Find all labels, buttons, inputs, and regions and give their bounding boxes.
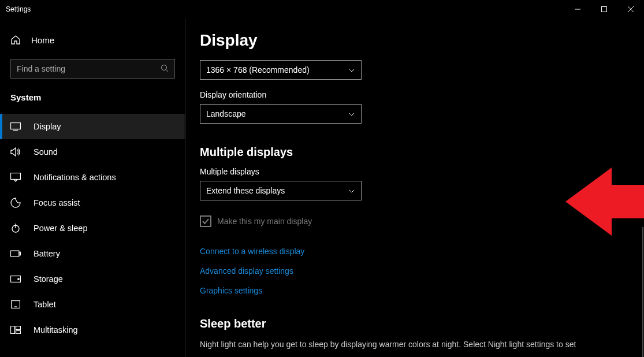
home-icon: [10, 35, 21, 45]
svg-rect-17: [11, 326, 15, 334]
svg-rect-19: [16, 331, 21, 334]
checkbox-label: Make this my main display: [217, 217, 312, 226]
page-title: Display: [200, 31, 630, 50]
window-title: Settings: [6, 5, 31, 13]
minimize-button[interactable]: [564, 0, 591, 18]
search-icon: [161, 64, 169, 74]
notifications-icon: [10, 172, 21, 183]
link-wireless-display[interactable]: Connect to a wireless display: [200, 247, 630, 256]
maximize-button[interactable]: [591, 0, 617, 18]
multiple-displays-label: Multiple displays: [200, 167, 630, 176]
orientation-dropdown[interactable]: Landscape: [200, 104, 362, 124]
svg-rect-18: [16, 326, 21, 330]
home-label: Home: [31, 35, 54, 45]
chevron-down-icon: [348, 110, 355, 117]
sidebar-item-focus-assist[interactable]: Focus assist: [0, 190, 185, 215]
multiple-displays-heading: Multiple displays: [200, 146, 630, 159]
search-box[interactable]: [10, 59, 175, 79]
dropdown-value: 1366 × 768 (Recommended): [206, 65, 310, 75]
dropdown-value: Landscape: [206, 109, 246, 118]
sidebar: Home System Display Sound: [0, 18, 186, 357]
svg-rect-11: [10, 251, 18, 256]
sidebar-item-tablet[interactable]: Tablet: [0, 292, 185, 317]
storage-icon: [10, 274, 21, 284]
sidebar-item-storage[interactable]: Storage: [0, 266, 185, 292]
multiple-displays-dropdown[interactable]: Extend these displays: [200, 181, 362, 200]
nav-item-label: Storage: [33, 274, 63, 284]
power-icon: [10, 223, 21, 233]
window-controls: [564, 0, 644, 18]
chevron-down-icon: [348, 66, 355, 73]
nav-item-label: Sound: [33, 147, 58, 157]
svg-point-14: [18, 278, 19, 280]
display-icon: [10, 121, 21, 132]
multitasking-icon: [10, 325, 21, 335]
nav-item-label: Tablet: [33, 300, 56, 309]
sidebar-item-power-sleep[interactable]: Power & sleep: [0, 215, 185, 241]
search-input[interactable]: [17, 64, 161, 73]
svg-rect-12: [19, 252, 20, 255]
main-content: Display 1366 × 768 (Recommended) Display…: [186, 18, 644, 357]
resolution-dropdown[interactable]: 1366 × 768 (Recommended): [200, 60, 362, 80]
links-section: Connect to a wireless display Advanced d…: [200, 247, 630, 295]
sound-icon: [10, 147, 21, 157]
scrollbar[interactable]: [642, 227, 643, 357]
nav-item-label: Battery: [33, 249, 60, 258]
close-button[interactable]: [617, 0, 644, 18]
svg-rect-1: [602, 7, 607, 12]
nav-item-label: Notifications & actions: [33, 173, 116, 182]
focus-assist-icon: [10, 198, 21, 208]
nav-item-label: Display: [33, 122, 61, 131]
chevron-down-icon: [348, 187, 355, 194]
link-graphics-settings[interactable]: Graphics settings: [200, 286, 630, 295]
titlebar: Settings: [0, 0, 644, 18]
sidebar-item-multitasking[interactable]: Multitasking: [0, 317, 185, 343]
main-display-checkbox-row: Make this my main display: [200, 215, 630, 227]
nav-item-label: Focus assist: [33, 198, 80, 207]
sleep-better-heading: Sleep better: [200, 317, 630, 330]
battery-icon: [10, 248, 21, 259]
svg-rect-8: [11, 173, 21, 180]
svg-line-5: [166, 69, 169, 72]
link-advanced-display[interactable]: Advanced display settings: [200, 266, 630, 276]
dropdown-value: Extend these displays: [206, 186, 285, 195]
sidebar-item-display[interactable]: Display: [0, 114, 185, 139]
svg-point-4: [162, 65, 167, 70]
sidebar-item-notifications[interactable]: Notifications & actions: [0, 165, 185, 190]
sidebar-section-label: System: [0, 90, 185, 114]
orientation-label: Display orientation: [200, 90, 630, 99]
sleep-better-body: Night light can help you get to sleep by…: [200, 339, 630, 350]
svg-rect-6: [11, 123, 21, 129]
main-display-checkbox[interactable]: [200, 215, 211, 227]
sidebar-home[interactable]: Home: [0, 29, 185, 51]
sidebar-item-battery[interactable]: Battery: [0, 241, 185, 266]
tablet-icon: [10, 299, 21, 310]
nav-item-label: Power & sleep: [33, 224, 88, 233]
nav-list: Display Sound Notifications & actions Fo…: [0, 114, 185, 343]
sidebar-item-sound[interactable]: Sound: [0, 139, 185, 165]
nav-item-label: Multitasking: [33, 325, 78, 334]
